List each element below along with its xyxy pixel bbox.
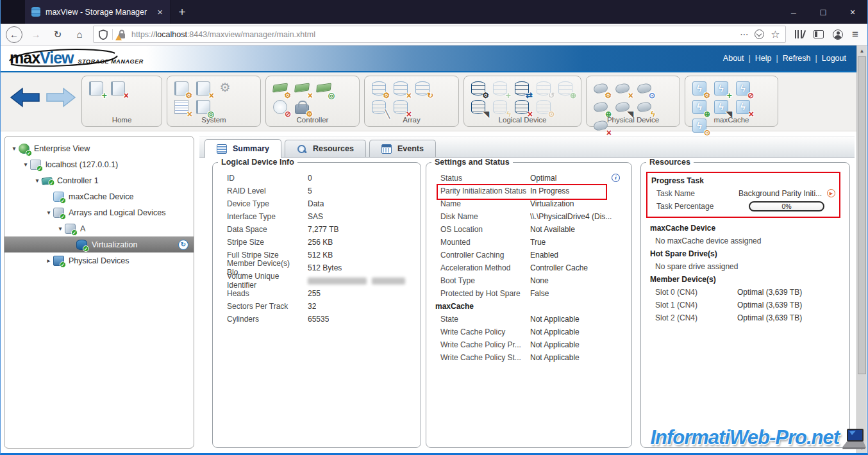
tree-item-a[interactable]: ▾✓A [4, 220, 194, 236]
logical-device-power-button[interactable]: ⊙ [536, 99, 553, 115]
home-button[interactable]: ⌂ [71, 26, 88, 43]
locate-logical-device-button[interactable]: ◥ [471, 99, 487, 115]
header-link-about[interactable]: About [723, 54, 744, 63]
browser-tab[interactable]: maxView - Storage Manager × [25, 0, 171, 24]
array-modify-button[interactable]: × [393, 81, 410, 97]
silence-alarm-button[interactable]: ⊘ [272, 99, 289, 115]
forward-button[interactable]: → [28, 26, 44, 43]
maxcache-icon: ✓ [53, 192, 64, 202]
tab-summary[interactable]: Summary [204, 139, 281, 158]
nav-forward-arrow[interactable] [46, 87, 76, 108]
sidebar-toggle-icon[interactable] [814, 30, 824, 38]
physical-device-power-button[interactable]: ⊙ [637, 81, 653, 97]
info-icon[interactable]: i [612, 174, 620, 182]
scroll-up-arrow[interactable]: ▲ [857, 46, 867, 56]
xred-badge-icon: × [606, 129, 612, 136]
row-label: Task Percentage [656, 202, 739, 211]
create-maxcache-button[interactable]: + [714, 81, 730, 97]
controller-rescan-button[interactable]: ◎ [316, 81, 333, 97]
physical-device-network-button[interactable]: ⊕ [593, 99, 610, 115]
nav-back-arrow[interactable] [10, 87, 40, 108]
link-separator: | [776, 54, 778, 63]
controller-settings-button[interactable]: ⚙ [272, 81, 289, 97]
tree-item-virtualization[interactable]: ✓Virtualization↻ [4, 236, 194, 252]
tree-caret-icon[interactable]: ▾ [56, 225, 65, 232]
tree-item-maxcache-device[interactable]: ✓maxCache Device [4, 188, 194, 204]
page-scrollbar[interactable]: ▲ ▼ [856, 46, 867, 453]
header-link-logout[interactable]: Logout [822, 54, 846, 63]
rescan-system-button[interactable]: ◎ [196, 99, 212, 115]
link-separator: | [815, 54, 817, 63]
tree-caret-icon[interactable]: ▾ [33, 177, 42, 184]
reload-button[interactable]: ↻ [49, 26, 66, 43]
controller-config-button[interactable]: × [294, 81, 311, 97]
row-label: Status [440, 174, 530, 183]
scrollbar-thumb[interactable] [858, 56, 866, 374]
system-settings-button[interactable]: ⚙ [174, 81, 190, 97]
xorange-badge-icon: × [628, 92, 633, 99]
back-button[interactable]: ← [6, 26, 22, 43]
logical-device-settings-button[interactable]: ⚙ [471, 81, 487, 97]
tree-caret-icon[interactable]: ▾ [21, 161, 30, 168]
tree-item-physical-devices[interactable]: ▸✓Physical Devices [4, 252, 194, 269]
page-actions-icon[interactable]: ⋯ [740, 29, 748, 39]
archive-management-button[interactable]: × [174, 99, 190, 115]
delete-logical-device-button[interactable]: × [514, 99, 531, 115]
url-text[interactable]: https://localhost:8443/maxview/manager/m… [131, 30, 735, 39]
maxcache-settings-button[interactable]: ⚙ [692, 81, 708, 97]
pocket-icon[interactable] [755, 29, 764, 39]
array-delete-button[interactable]: × [393, 99, 410, 115]
create-logical-device-button[interactable]: + [492, 81, 509, 97]
maxcache-network-button[interactable]: ⊕ [692, 99, 708, 115]
delete-maxcache-button[interactable]: × [735, 99, 752, 115]
disable-maxcache-button[interactable]: ⊘ [735, 81, 752, 97]
system-config-button[interactable]: × [196, 81, 212, 97]
locate-maxcache-button[interactable]: ◥ [714, 99, 730, 115]
logical-device-expand-button[interactable]: ⊕ [558, 81, 574, 97]
add-system-button[interactable]: + [88, 81, 105, 97]
controller-security-button[interactable]: ⚙ [294, 99, 311, 115]
row-label: Interface Type [227, 212, 308, 221]
physical-device-settings-button[interactable]: ⚙ [593, 81, 610, 97]
ribbon-group-controller: ⚙×◎⊘⚙Controller [265, 76, 360, 127]
array-settings-button[interactable]: ⚙ [371, 81, 388, 97]
tree-item-enterprise-view[interactable]: ▾✓Enterprise View [4, 140, 194, 156]
logical-device-schedule-button[interactable]: ↺ [536, 81, 553, 97]
bookmark-star-icon[interactable]: ☆ [771, 28, 780, 40]
delete-system-button[interactable]: × [110, 81, 127, 97]
initialize-physical-device-button[interactable]: ϟ [637, 99, 653, 115]
physical-device-config-button[interactable]: × [615, 81, 631, 97]
preferences-button[interactable]: ⚙ [217, 81, 234, 97]
migrate-logical-device-button[interactable]: ⇄ [514, 81, 531, 97]
format-logical-device-button[interactable]: ϟ [492, 99, 509, 115]
account-icon[interactable] [833, 29, 843, 40]
row-label: Slot 0 (CN4) [655, 288, 737, 297]
close-button[interactable]: × [838, 0, 867, 24]
tree-item-localhost-127-0-0-1-[interactable]: ▾✓localhost (127.0.0.1) [4, 156, 194, 172]
tab-events[interactable]: Events [369, 140, 436, 157]
new-tab-button[interactable]: + [171, 0, 193, 24]
tree-item-controller-1[interactable]: ▾✓Controller 1 [4, 172, 194, 188]
tree-caret-icon[interactable]: ▸ [44, 257, 53, 264]
array-repair-button[interactable]: ╲ [371, 99, 388, 115]
tree-item-arrays-and-logical-devices[interactable]: ▾✓Arrays and Logical Devices [4, 204, 194, 220]
header-link-refresh[interactable]: Refresh [783, 54, 811, 63]
tracking-protection-shield-icon[interactable] [99, 29, 108, 40]
gear-badge-icon: ⚙ [383, 92, 390, 99]
info-row: Task NameBackground Parity Initi...▶ [651, 187, 837, 200]
header-link-help[interactable]: Help [755, 54, 772, 63]
hamburger-menu-icon[interactable]: ≡ [852, 28, 858, 41]
tab-close-icon[interactable]: × [156, 6, 164, 17]
tree-caret-icon[interactable]: ▾ [10, 145, 19, 152]
maximize-button[interactable]: □ [808, 0, 838, 24]
minimize-button[interactable]: – [779, 0, 808, 24]
insecure-lock-icon[interactable] [117, 29, 127, 39]
locate-physical-device-button[interactable]: ◥ [615, 99, 631, 115]
ribbon-group-label: Array [365, 116, 458, 124]
cyl-icon [394, 81, 408, 95]
library-icon[interactable] [795, 30, 805, 38]
url-bar[interactable]: https://localhost:8443/maxview/manager/m… [93, 26, 786, 43]
array-rebuild-button[interactable]: ↻ [415, 81, 431, 97]
tree-caret-icon[interactable]: ▾ [44, 209, 53, 216]
tab-resources[interactable]: Resources [285, 140, 366, 157]
